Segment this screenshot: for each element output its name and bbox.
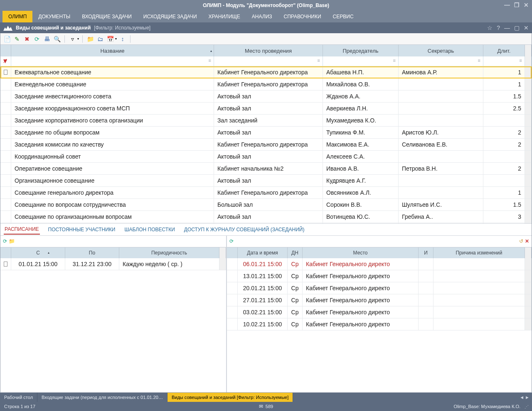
- status-mail[interactable]: ✉ 589: [259, 404, 273, 409]
- scrollbar-track[interactable]: [525, 66, 532, 78]
- detail-tab-2[interactable]: ШАБЛОН ПОВЕСТКИ: [123, 225, 175, 234]
- instance-row[interactable]: 20.01.21 15:00СрКабинет Генерального дир…: [227, 282, 532, 294]
- menu-item-4[interactable]: ХРАНИЛИЩЕ: [203, 11, 246, 22]
- refresh-icon[interactable]: ⟳: [229, 238, 234, 244]
- chevron-down-icon[interactable]: ▾: [77, 37, 79, 41]
- detail-tab-0[interactable]: РАСПИСАНИЕ: [4, 225, 40, 235]
- table-row[interactable]: Заседания комиссии по качествуКабинет Ге…: [0, 139, 532, 151]
- instances-header-daynum[interactable]: ДН: [288, 247, 303, 258]
- row-checkbox[interactable]: [227, 294, 238, 306]
- row-checkbox[interactable]: [227, 258, 238, 270]
- grid-header-secretary[interactable]: Секретарь: [399, 45, 483, 56]
- table-row[interactable]: Ежеквартальное совещаниеКабинет Генераль…: [0, 66, 532, 78]
- new-icon[interactable]: 📄: [3, 35, 11, 43]
- clear-filter-button[interactable]: ▼̸: [0, 56, 11, 66]
- filter-duration[interactable]: =: [483, 56, 525, 66]
- scrollbar-track[interactable]: [525, 211, 532, 223]
- menu-item-7[interactable]: СЕРВИС: [327, 11, 360, 22]
- folder-icon[interactable]: 📁: [9, 238, 15, 244]
- menu-item-3[interactable]: ИСХОДЯЩИЕ ЗАДАЧИ: [138, 11, 203, 22]
- window-tab-2[interactable]: Виды совещаний и заседаний [Фильтр: Испо…: [167, 393, 293, 402]
- help-icon[interactable]: ?: [497, 24, 500, 31]
- filter-name[interactable]: =: [11, 56, 214, 66]
- menu-item-5[interactable]: АНАЛИЗ: [246, 11, 278, 22]
- detail-tab-1[interactable]: ПОСТОЯННЫЕ УЧАСТНИКИ: [47, 225, 116, 234]
- scrollbar-track[interactable]: [525, 127, 532, 138]
- instances-header-reason[interactable]: Причина изменений: [433, 247, 525, 258]
- calendar-icon[interactable]: 📅: [106, 35, 114, 43]
- minimize-icon[interactable]: ―: [504, 2, 510, 8]
- search-icon[interactable]: 🔍: [53, 35, 61, 43]
- scrollbar-track[interactable]: [525, 199, 532, 210]
- instance-row[interactable]: 03.02.21 15:00СрКабинет Генерального дир…: [227, 306, 532, 318]
- schedule-header-to[interactable]: По: [65, 247, 119, 258]
- instances-header-datetime[interactable]: Дата и время: [238, 247, 288, 258]
- grid-header-checkbox[interactable]: [0, 45, 11, 56]
- row-checkbox[interactable]: [0, 258, 11, 270]
- window-tab-1[interactable]: Входящие задачи (период для исполненных …: [37, 393, 167, 402]
- schedule-row[interactable]: 01.01.21 15:0031.12.21 23:00Каждую недел…: [0, 258, 226, 270]
- table-row[interactable]: Организационное совещаниеАктовый залКудр…: [0, 175, 532, 187]
- menu-item-2[interactable]: ВХОДЯЩИЕ ЗАДАЧИ: [76, 11, 138, 22]
- instance-row[interactable]: 10.02.21 15:00СрКабинет Генерального дир…: [227, 318, 532, 330]
- table-row[interactable]: Заседание координационного совета МСПАкт…: [0, 103, 532, 115]
- scrollbar-track[interactable]: [525, 163, 532, 174]
- table-row[interactable]: Оперативное совещаниеКабинет начальника …: [0, 163, 532, 175]
- print-icon[interactable]: 🖶: [43, 35, 51, 43]
- row-checkbox[interactable]: [0, 187, 11, 198]
- row-checkbox[interactable]: [227, 306, 238, 318]
- instance-row[interactable]: 27.01.21 15:00СрКабинет Генерального дир…: [227, 294, 532, 306]
- grid-header-chair[interactable]: Председатель: [323, 45, 399, 56]
- refresh-icon[interactable]: ⟳: [3, 238, 7, 244]
- instance-row[interactable]: 06.01.21 15:00СрКабинет Генерального дир…: [227, 258, 532, 270]
- row-checkbox[interactable]: [0, 163, 11, 174]
- filter-chair[interactable]: =: [323, 56, 399, 66]
- scrollbar-track[interactable]: [525, 56, 532, 66]
- scrollbar-track[interactable]: [525, 306, 532, 318]
- row-checkbox[interactable]: [227, 270, 238, 282]
- filter-secretary[interactable]: =: [399, 56, 483, 66]
- menu-item-6[interactable]: СПРАВОЧНИКИ: [278, 11, 327, 22]
- table-row[interactable]: Еженедельное совещаниеКабинет Генерально…: [0, 78, 532, 91]
- table-row[interactable]: Совещание по вопросам сотрудничестваБоль…: [0, 199, 532, 211]
- history-icon[interactable]: ↺: [519, 238, 523, 244]
- row-checkbox[interactable]: [0, 115, 11, 126]
- menu-item-1[interactable]: ДОКУМЕНТЫ: [32, 11, 76, 22]
- scrollbar-track[interactable]: [525, 282, 532, 294]
- scrollbar-track[interactable]: [525, 139, 532, 150]
- close-icon[interactable]: ✕: [524, 2, 529, 8]
- row-checkbox[interactable]: [0, 199, 11, 210]
- panel-minimize-icon[interactable]: ―: [504, 24, 510, 31]
- grid-header-duration[interactable]: Длит.: [483, 45, 525, 56]
- instances-header-i[interactable]: И: [419, 247, 433, 258]
- row-checkbox[interactable]: [227, 318, 238, 330]
- scrollbar-track[interactable]: [525, 258, 532, 270]
- instances-header-place[interactable]: Место: [303, 247, 419, 258]
- window-tab-0[interactable]: Рабочий стол: [0, 393, 37, 402]
- star-icon[interactable]: ☆: [487, 24, 493, 31]
- delete-icon[interactable]: ✕: [525, 238, 529, 244]
- scrollbar-track[interactable]: [525, 115, 532, 126]
- schedule-header-from[interactable]: С▴: [11, 247, 65, 258]
- instances-header-checkbox[interactable]: [227, 247, 238, 258]
- scrollbar-track[interactable]: [525, 103, 532, 114]
- detail-tab-3[interactable]: ДОСТУП К ЖУРНАЛУ СОВЕЩАНИЙ (ЗАСЕДАНИЙ): [183, 225, 305, 234]
- delete-icon[interactable]: ✖: [23, 35, 31, 43]
- row-checkbox[interactable]: [0, 103, 11, 114]
- scrollbar-track[interactable]: [525, 175, 532, 186]
- table-row[interactable]: Совещание по организационным вопросамАкт…: [0, 211, 532, 223]
- menu-item-0[interactable]: ОЛИМП: [2, 11, 32, 22]
- table-row[interactable]: Координационный советАктовый залАлексеев…: [0, 151, 532, 163]
- scrollbar-track[interactable]: [525, 78, 532, 90]
- sort-icon[interactable]: ↕: [118, 35, 127, 43]
- maximize-icon[interactable]: ❐: [514, 2, 520, 8]
- scrollbar-track[interactable]: [525, 91, 532, 102]
- edit-icon[interactable]: ✎: [13, 35, 21, 43]
- row-checkbox[interactable]: [0, 91, 11, 102]
- schedule-header-period[interactable]: Периодичность: [119, 247, 219, 258]
- scrollbar-track[interactable]: [525, 294, 532, 306]
- row-checkbox[interactable]: [0, 127, 11, 138]
- filter-place[interactable]: =: [214, 56, 323, 66]
- table-row[interactable]: Заседание корпоративного совета организа…: [0, 115, 532, 127]
- row-checkbox[interactable]: [0, 66, 11, 78]
